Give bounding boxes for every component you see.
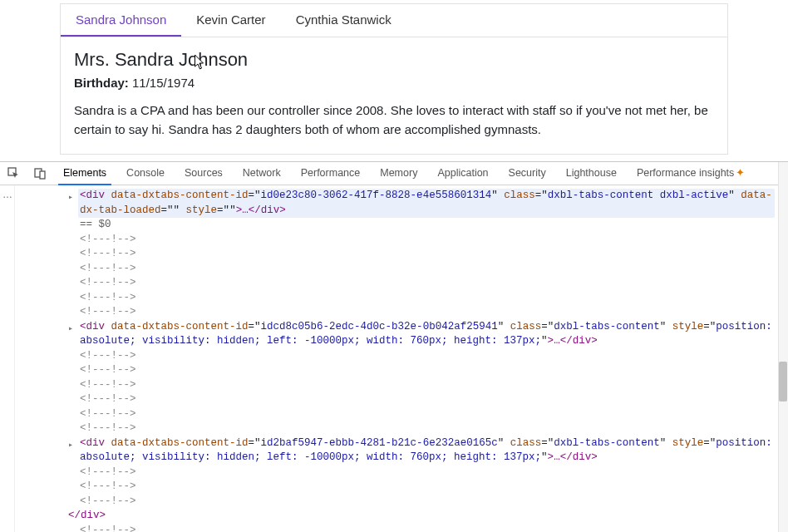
description-text: Sandra is a CPA and has been our control… [74, 101, 714, 139]
svg-rect-2 [40, 171, 45, 179]
tabs-header: Sandra Johnson Kevin Carter Cynthia Stan… [61, 4, 727, 37]
elements-tree-line[interactable]: <!---!--> [80, 247, 788, 262]
devtools-tab-sources[interactable]: Sources [180, 162, 228, 185]
devtools-tab-console[interactable]: Console [121, 162, 170, 185]
devtools-tab-application[interactable]: Application [432, 162, 493, 185]
elements-tree-line[interactable]: <div data-dxtabs-content-id="id0e23c80-3… [80, 189, 788, 233]
birthday-value: 11/15/1974 [132, 76, 195, 90]
elements-tree-line[interactable]: <!---!--> [80, 276, 788, 291]
elements-tree-line[interactable]: <!---!--> [80, 233, 788, 248]
devtools-panel: Elements Console Sources Network Perform… [0, 161, 788, 532]
elements-tree[interactable]: <div data-dxtabs-content-id="id0e23c80-3… [15, 185, 788, 532]
page-title: Mrs. Sandra Johnson [74, 49, 714, 71]
elements-tree-line[interactable]: <!---!--> [80, 495, 788, 510]
tab-kevin-carter[interactable]: Kevin Carter [181, 4, 280, 37]
elements-tree-line[interactable]: <div data-dxtabs-content-id="idcd8c05b6-… [80, 320, 788, 349]
elements-tree-line[interactable]: <!---!--> [80, 524, 788, 533]
elements-tree-line[interactable]: <!---!--> [80, 262, 788, 277]
elements-tree-line[interactable]: <!---!--> [80, 305, 788, 320]
elements-tree-line[interactable]: <!---!--> [80, 291, 788, 306]
devtools-tab-elements[interactable]: Elements [58, 162, 111, 185]
birthday-row: Birthday: 11/15/1974 [74, 76, 714, 90]
elements-tree-line[interactable]: <!---!--> [80, 480, 788, 495]
elements-tree-line[interactable]: <!---!--> [80, 421, 788, 436]
scrollbar-thumb[interactable] [779, 362, 787, 401]
elements-tree-line[interactable]: <!---!--> [80, 349, 788, 364]
tab-content: Mrs. Sandra Johnson Birthday: 11/15/1974… [61, 37, 727, 154]
elements-tree-line[interactable]: </div> [68, 509, 788, 524]
elements-tree-line[interactable]: <!---!--> [80, 363, 788, 378]
elements-tree-line[interactable]: <!---!--> [80, 392, 788, 407]
devtools-toolbar: Elements Console Sources Network Perform… [0, 162, 788, 185]
elements-tree-line[interactable]: <!---!--> [80, 407, 788, 422]
tab-sandra-johnson[interactable]: Sandra Johnson [61, 4, 181, 37]
devtools-tab-security[interactable]: Security [504, 162, 551, 185]
elements-tree-line[interactable]: <!---!--> [80, 378, 788, 393]
devtools-gutter: … [0, 185, 15, 532]
devtools-tab-network[interactable]: Network [238, 162, 286, 185]
insights-star-icon: ✦ [736, 167, 745, 179]
devtools-tab-memory[interactable]: Memory [375, 162, 422, 185]
inspect-icon[interactable] [5, 165, 22, 182]
devtools-tab-performance-insights[interactable]: Performance insights✦ [632, 161, 750, 185]
elements-tree-line[interactable]: <!---!--> [80, 466, 788, 480]
device-toggle-icon[interactable] [32, 165, 48, 182]
app-card: Sandra Johnson Kevin Carter Cynthia Stan… [60, 3, 728, 155]
scrollbar[interactable] [778, 162, 788, 532]
devtools-tab-performance[interactable]: Performance [296, 162, 366, 185]
tab-cynthia-stanwick[interactable]: Cynthia Stanwick [281, 4, 406, 37]
birthday-label: Birthday: [74, 76, 129, 90]
devtools-tab-lighthouse[interactable]: Lighthouse [561, 162, 622, 185]
elements-tree-line[interactable]: <div data-dxtabs-content-id="id2baf5947-… [80, 436, 788, 466]
